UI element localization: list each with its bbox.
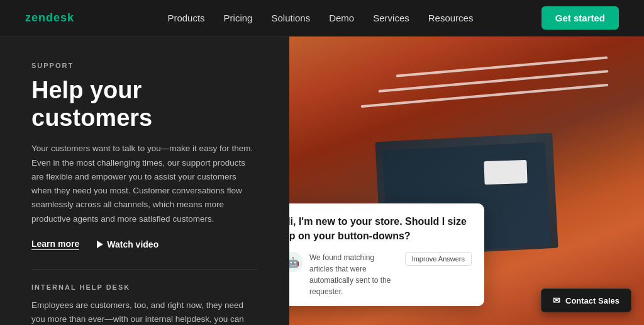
nav-item-solutions[interactable]: Solutions [271,13,310,23]
support-section-label: SUPPORT [31,62,258,69]
chat-response: 🤖 We found matching articles that were a… [289,252,472,297]
hero-image: Hi, I'm new to your store. Should I size… [289,37,644,325]
chat-widget: Hi, I'm new to your store. Should I size… [289,203,484,306]
left-panel: SUPPORT Help your customers Your custome… [0,37,289,325]
right-panel: Hi, I'm new to your store. Should I size… [289,37,644,325]
chat-response-text: We found matching articles that were aut… [309,252,394,297]
chat-avatar: 🤖 [289,252,303,272]
nav-item-demo[interactable]: Demo [329,13,354,23]
nav-item-resources[interactable]: Resources [428,13,474,23]
hero-description: Your customers want to talk to you—make … [31,142,258,226]
nav-item-pricing[interactable]: Pricing [224,13,253,23]
nav-item-services[interactable]: Services [373,13,409,23]
play-icon [97,241,103,248]
internal-description: Employees are customers, too, and right … [31,299,258,325]
improve-answers-button[interactable]: Improve Answers [405,252,472,266]
section-divider [31,269,258,270]
nav-item-products[interactable]: Products [167,13,204,23]
watch-video-label: Watch video [107,239,158,249]
chat-question: Hi, I'm new to your store. Should I size… [289,215,472,243]
hero-learn-more-link[interactable]: Learn more [31,239,79,250]
internal-section-label: INTERNAL HELP DESK [31,283,258,291]
hero-actions: Learn more Watch video [31,239,258,250]
bot-icon: 🤖 [289,256,299,268]
navbar: zendesk Products Pricing Solutions Demo … [0,0,644,37]
contact-sales-button[interactable]: ✉ Contact Sales [541,288,631,312]
email-icon: ✉ [553,295,560,305]
contact-sales-label: Contact Sales [565,296,619,305]
nav-links: Products Pricing Solutions Demo Services… [99,13,541,23]
get-started-button[interactable]: Get started [541,6,619,30]
watch-video-button[interactable]: Watch video [97,239,158,249]
main-content: SUPPORT Help your customers Your custome… [0,37,644,325]
hero-heading: Help your customers [31,77,258,132]
brand-logo: zendesk [25,11,74,25]
